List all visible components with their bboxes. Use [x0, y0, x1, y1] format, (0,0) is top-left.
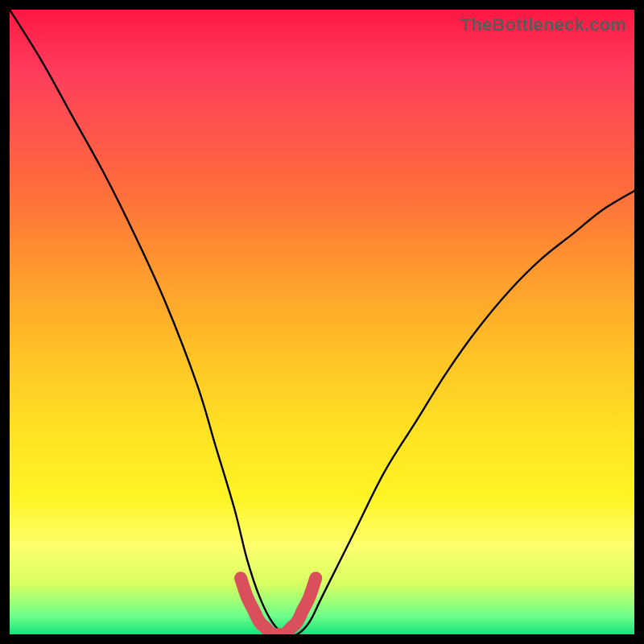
- chart-frame: TheBottleneck.com: [0, 0, 644, 644]
- plot-area: TheBottleneck.com: [10, 10, 634, 634]
- chart-svg: [10, 10, 634, 634]
- sweet-spot-marker-path: [241, 578, 316, 634]
- bottleneck-curve-path: [10, 10, 634, 634]
